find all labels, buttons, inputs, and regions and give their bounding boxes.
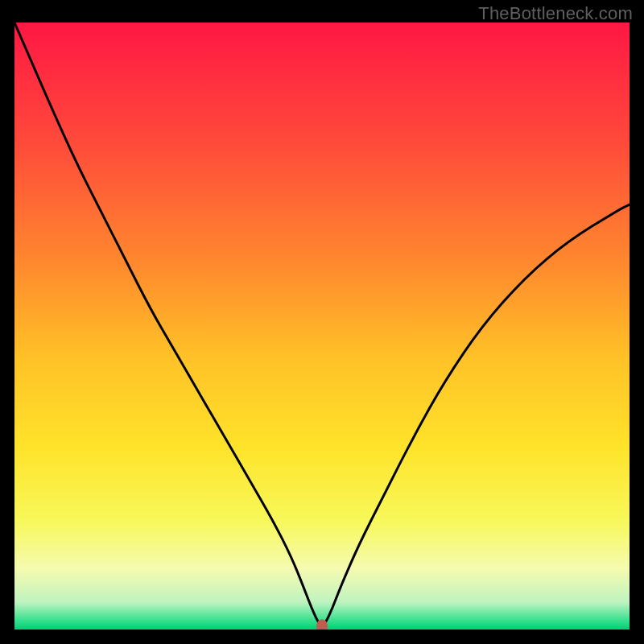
watermark-text: TheBottleneck.com (478, 3, 633, 24)
bottleneck-chart (14, 23, 630, 630)
plot-area (14, 23, 630, 630)
gradient-background (14, 23, 630, 630)
chart-frame: TheBottleneck.com (0, 0, 644, 644)
